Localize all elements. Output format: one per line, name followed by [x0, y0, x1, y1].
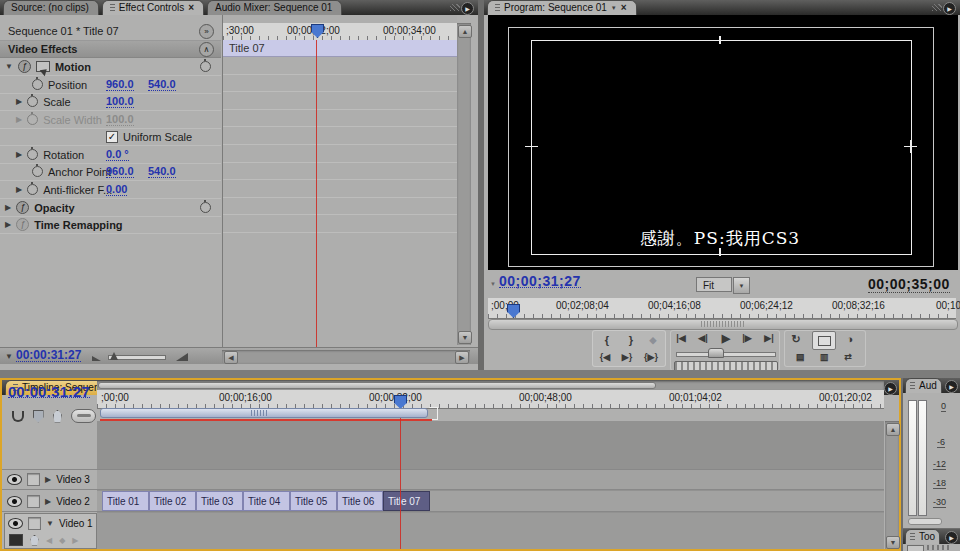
tab-audio-mixer[interactable]: Audio Mixer: Sequence 01 [207, 0, 342, 15]
tab-audio-meters[interactable]: Aud [905, 378, 942, 393]
keyframe-toggle-icon[interactable] [30, 535, 39, 546]
jump-to-out-icon[interactable]: ▶| [760, 333, 778, 343]
scroll-down-button[interactable]: ▼ [458, 331, 472, 344]
fx-badge-icon[interactable]: ƒ [16, 201, 29, 214]
anchor-y-value[interactable]: 540.0 [148, 166, 176, 178]
encore-chapter-marker-icon[interactable] [33, 410, 44, 423]
panel-divider-vertical[interactable] [478, 0, 484, 377]
fit-select[interactable]: Fit [696, 277, 732, 292]
loop-button[interactable]: ↻ [788, 333, 804, 346]
toggle-track-output-eye-icon[interactable] [7, 474, 22, 485]
shuttle-thumb[interactable] [708, 348, 724, 358]
unnumbered-marker-icon[interactable] [53, 410, 63, 423]
safe-margins-button[interactable] [812, 331, 836, 350]
timeline-zoom-scrollbar[interactable] [97, 381, 884, 390]
tab-dropdown-icon[interactable]: ▼ [611, 4, 617, 12]
clip-title-07[interactable]: Title 07 [383, 491, 430, 511]
clip-title-03[interactable]: Title 03 [196, 491, 243, 511]
effect-row-time-remapping[interactable]: ▶ ƒ Time Remapping [0, 216, 221, 234]
panel-divider-horizontal[interactable] [0, 370, 960, 378]
set-marker-button[interactable]: ◆ [646, 335, 660, 345]
play-in-to-out-button[interactable]: {▶} [640, 352, 662, 362]
work-area-grip[interactable] [251, 410, 269, 416]
zoom-out-icon[interactable] [92, 356, 101, 361]
go-to-in-button[interactable]: {◀ [596, 352, 614, 362]
track-lock-box[interactable] [27, 495, 40, 508]
set-in-point-button[interactable]: { [600, 334, 614, 346]
panel-menu-button[interactable]: ▶ [461, 2, 474, 15]
set-out-point-button[interactable]: } [624, 334, 638, 346]
scroll-up-button[interactable]: ▲ [886, 423, 900, 436]
disclosure-open-icon[interactable]: ▼ [46, 519, 54, 528]
lift-button[interactable]: ▤ [792, 352, 808, 362]
timeline-option-toggle[interactable] [71, 409, 96, 423]
track-lock-box[interactable] [28, 517, 41, 530]
ec-current-timecode[interactable]: 00:00:31:27 [16, 350, 81, 362]
tab-program[interactable]: Program: Sequence 01 ▼ × [487, 0, 637, 15]
jump-to-in-icon[interactable]: |◀ [672, 333, 690, 343]
shuttle-slider[interactable] [676, 352, 776, 357]
clip-title-06[interactable]: Title 06 [337, 491, 383, 511]
timecode-disclosure-icon[interactable]: ▼ [490, 280, 496, 288]
clip-title-04[interactable]: Title 04 [243, 491, 290, 511]
position-y-value[interactable]: 540.0 [148, 79, 176, 91]
scale-value[interactable]: 100.0 [106, 96, 134, 108]
zoom-slider-thumb[interactable] [110, 352, 118, 360]
snap-icon[interactable] [12, 411, 24, 422]
anchor-x-value[interactable]: 960.0 [106, 166, 134, 178]
clip-title-02[interactable]: Title 02 [149, 491, 196, 511]
panel-drag-grip[interactable] [450, 4, 460, 11]
panel-menu-button[interactable]: ▶ [945, 531, 958, 544]
effect-row-motion[interactable]: ▼ ƒ Motion [0, 58, 221, 76]
disclosure-closed-icon[interactable]: ▶ [16, 151, 22, 159]
timeline-vscrollbar[interactable] [885, 421, 899, 549]
panel-menu-button[interactable]: ▶ [943, 2, 956, 15]
disclosure-closed-icon[interactable]: ▶ [16, 116, 22, 124]
track-lane-video1[interactable] [97, 513, 884, 549]
position-x-value[interactable]: 960.0 [106, 79, 134, 91]
show-hide-timeline-view-button[interactable]: » [199, 24, 214, 39]
close-icon[interactable]: × [188, 3, 194, 13]
toggle-animation-stopwatch-icon[interactable] [27, 96, 38, 107]
rotation-value[interactable]: 0.0 ° [106, 149, 129, 161]
extract-button[interactable]: ▥ [816, 352, 832, 362]
output-button[interactable]: ◑ [842, 333, 858, 345]
disclosure-closed-icon[interactable]: ▶ [5, 204, 11, 212]
collapse-section-button[interactable]: ∧ [199, 42, 214, 57]
ec-mini-ruler[interactable]: ;30;00 00;00;32;00 00;00;34;00 [223, 23, 457, 41]
scroll-right-button[interactable]: ▶ [455, 351, 469, 364]
disclosure-closed-icon[interactable]: ▶ [5, 221, 11, 229]
toggle-track-output-eye-icon[interactable] [8, 518, 23, 529]
effect-row-opacity[interactable]: ▶ ƒ Opacity [0, 199, 221, 217]
timeline-current-timecode[interactable]: 00:00:31:27 [8, 386, 90, 398]
program-work-area-bar[interactable] [488, 319, 958, 330]
crosshair-right-icon[interactable] [904, 140, 917, 153]
program-current-timecode[interactable]: 00;00;31;27 [499, 276, 581, 288]
toggle-animation-stopwatch-icon[interactable] [32, 166, 43, 177]
tab-tools[interactable]: Too [905, 529, 940, 544]
selection-tool-button[interactable] [907, 545, 924, 551]
ec-vscrollbar[interactable] [457, 23, 471, 345]
ec-hscrollbar[interactable] [222, 350, 470, 363]
play-button[interactable]: ▶ [718, 332, 734, 345]
work-area-bar[interactable] [100, 408, 428, 418]
fx-badge-icon[interactable]: ƒ [18, 60, 31, 73]
timeline-ruler[interactable]: ;00;00 00;00;16;00 00;00;32;00 00;00;48;… [97, 390, 884, 409]
clip-title-01[interactable]: Title 01 [102, 491, 149, 511]
tab-effect-controls[interactable]: Effect Controls × [102, 0, 204, 15]
panel-menu-button[interactable]: ▶ [945, 380, 958, 393]
program-out-timecode[interactable]: 00;00;35;00 [868, 276, 950, 293]
disclosure-closed-icon[interactable]: ▶ [45, 475, 51, 484]
program-viewport[interactable]: 感謝。PS:我用CS3 [488, 15, 958, 270]
scroll-up-button[interactable]: ▲ [458, 25, 472, 38]
ec-clip-bar[interactable]: Title 07 [223, 40, 457, 57]
reset-icon[interactable] [200, 202, 211, 213]
track-lock-box[interactable] [27, 473, 40, 486]
toggle-animation-stopwatch-icon[interactable] [27, 149, 38, 160]
export-frame-button[interactable]: ⇄ [840, 352, 856, 362]
scroll-down-button[interactable]: ▼ [886, 536, 900, 549]
track-lane-video3[interactable] [97, 469, 884, 490]
panel-menu-button[interactable]: ▶ [884, 382, 897, 395]
step-forward-button[interactable]: |▶ [738, 333, 756, 343]
program-ruler[interactable]: ;00;00 00;02;08;04 00;04;16;08 00;06;24;… [488, 298, 956, 319]
